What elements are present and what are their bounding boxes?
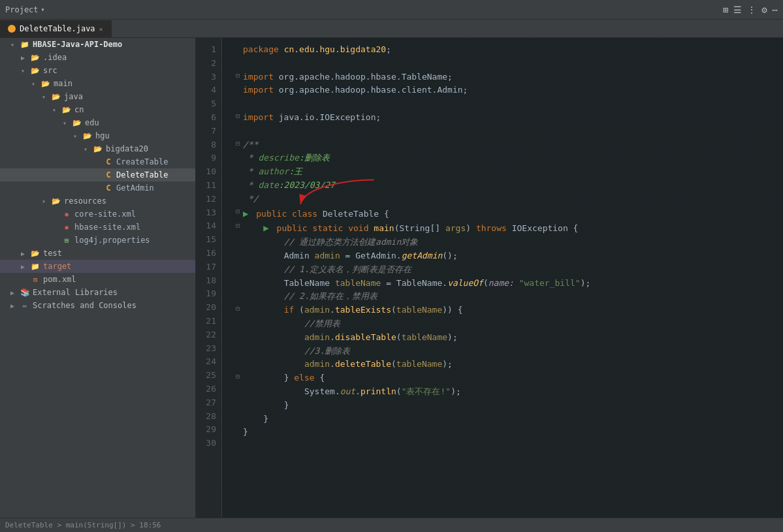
root-arrow: ▾ — [10, 41, 20, 48]
sidebar-item-main[interactable]: ▾ 📂 main — [0, 77, 195, 90]
tree-root[interactable]: ▾ 📁 HBASE-Java-API-Demo — [0, 38, 195, 51]
sidebar-item-coresite[interactable]: ▶ ✱ core-site.xml — [0, 208, 195, 221]
sidebar-item-pom[interactable]: ▶ m pom.xml — [0, 273, 195, 286]
sidebar-item-resources[interactable]: ▾ 📂 resources — [0, 195, 195, 208]
code-line-19: // 2.如果存在，禁用表 — [232, 290, 773, 304]
hbasesite-label: hbase-site.xml — [74, 223, 140, 232]
log4j-prop-icon: ⊞ — [61, 235, 72, 245]
pom-label: pom.xml — [43, 275, 76, 284]
deletetable-label: DeleteTable — [116, 170, 168, 180]
target-folder-icon: 📁 — [30, 261, 40, 272]
tab-close-icon[interactable]: ✕ — [99, 25, 103, 33]
code-line-22: admin.disableTable(tableName); — [232, 331, 773, 345]
bigdata20-arrow: ▾ — [84, 146, 93, 153]
getadmin-java-icon: C — [103, 183, 114, 193]
resources-folder-icon: 📂 — [51, 196, 61, 206]
status-text: DeleteTable > main(String[]) > 18:56 — [5, 521, 161, 529]
idea-arrow: ▶ — [21, 54, 30, 61]
sidebar-item-log4j[interactable]: ▶ ⊞ log4j.properties — [0, 234, 195, 247]
code-line-1: package cn.edu.hgu.bigdata20; — [232, 43, 773, 57]
code-line-21: //禁用表 — [232, 317, 773, 331]
editor: 1 2 3 4 5 6 7 8 9 10 11 12 13 14 15 16 1… — [196, 38, 783, 518]
sidebar-item-hgu[interactable]: ▾ 📂 hgu — [0, 129, 195, 142]
test-label: test — [43, 249, 62, 258]
sidebar-item-hbasesite[interactable]: ▶ ✱ hbase-site.xml — [0, 221, 195, 234]
bigdata20-folder-icon: 📂 — [93, 144, 103, 154]
editor-content[interactable]: 1 2 3 4 5 6 7 8 9 10 11 12 13 14 15 16 1… — [196, 38, 783, 518]
resources-label: resources — [64, 196, 106, 206]
code-line-5 — [232, 97, 773, 111]
code-area: package cn.edu.hgu.bigdata20; ⊟ import o… — [222, 38, 783, 518]
code-line-16: Admin admin = GetAdmin.getAdmin(); — [232, 249, 773, 263]
code-line-2 — [232, 57, 773, 70]
sidebar-item-createtable[interactable]: ▶ C CreateTable — [0, 155, 195, 168]
list-icon[interactable]: ☰ — [733, 5, 742, 15]
code-line-11: * date:2023/03/27 — [232, 179, 773, 193]
code-line-14: ⊟ ▶ public static void main(String[] arg… — [232, 221, 773, 236]
columns-icon[interactable]: ⋮ — [747, 5, 756, 15]
target-label: target — [43, 262, 71, 271]
test-arrow: ▶ — [21, 250, 30, 257]
code-line-13: ⊟ ▶ public class DeleteTable { — [232, 206, 773, 221]
test-folder-icon: 📂 — [30, 248, 40, 258]
code-line-26: System.out.println("表不存在!"); — [232, 385, 773, 399]
extlib-icon: 📚 — [20, 287, 30, 298]
sidebar-item-external-libraries[interactable]: ▶ 📚 External Libraries — [0, 286, 195, 299]
main-layout: ▾ 📁 HBASE-Java-API-Demo ▶ 📂 .idea ▾ 📂 sr… — [0, 38, 783, 518]
hgu-folder-icon: 📂 — [82, 131, 93, 141]
java-tab-icon — [8, 25, 16, 33]
project-label: Project — [5, 5, 39, 14]
code-line-27: } — [232, 399, 773, 413]
bigdata20-label: bigdata20 — [106, 144, 148, 153]
code-line-12: */ — [232, 193, 773, 206]
extlib-label: External Libraries — [33, 288, 118, 297]
src-arrow: ▾ — [21, 67, 30, 74]
cn-arrow: ▾ — [52, 106, 61, 114]
root-folder-icon: 📁 — [20, 39, 30, 50]
sidebar-item-target[interactable]: ▶ 📁 target — [0, 260, 195, 273]
java-label: java — [64, 92, 83, 101]
sidebar-item-src[interactable]: ▾ 📂 src — [0, 64, 195, 77]
code-line-23: //3.删除表 — [232, 345, 773, 358]
toolbar: Project ▾ ⊞ ☰ ⋮ ⚙ ⋯ — [0, 0, 783, 20]
tab-delete-table[interactable]: DeleteTable.java ✕ — [0, 20, 112, 37]
code-line-15: // 通过静态类方法创建admin对象 — [232, 236, 773, 249]
coresite-xml-icon: ✱ — [61, 209, 72, 219]
project-menu[interactable]: Project ▾ — [5, 5, 45, 14]
code-line-4: import org.apache.hadoop.hbase.client.Ad… — [232, 84, 773, 97]
code-line-8: ⊟ /** — [232, 138, 773, 152]
settings-icon[interactable]: ⋯ — [773, 5, 778, 15]
main-label: main — [54, 79, 72, 88]
sidebar-item-cn[interactable]: ▾ 📂 cn — [0, 103, 195, 116]
java-folder-icon: 📂 — [51, 91, 61, 102]
hgu-label: hgu — [95, 131, 110, 140]
toolbar-icons: ⊞ ☰ ⋮ ⚙ ⋯ — [723, 5, 778, 15]
code-line-20: ⊟ if (admin.tableExists(tableName)) { — [232, 304, 773, 317]
sidebar-item-scratches[interactable]: ▶ ✏ Scratches and Consoles — [0, 299, 195, 312]
sidebar-item-edu[interactable]: ▾ 📂 edu — [0, 116, 195, 129]
code-line-3: ⊟ import org.apache.hadoop.hbase.TableNa… — [232, 70, 773, 84]
log4j-label: log4j.properties — [74, 236, 150, 245]
sidebar-item-test[interactable]: ▶ 📂 test — [0, 247, 195, 260]
sidebar-item-getadmin[interactable]: ▶ C GetAdmin — [0, 181, 195, 195]
code-line-10: * author:王 — [232, 165, 773, 179]
sidebar-item-java[interactable]: ▾ 📂 java — [0, 90, 195, 103]
run-class-icon[interactable]: ▶ — [243, 208, 248, 219]
createtable-java-icon: C — [103, 157, 114, 167]
sidebar-item-bigdata20[interactable]: ▾ 📂 bigdata20 — [0, 142, 195, 155]
scratches-arrow: ▶ — [10, 302, 20, 309]
target-arrow: ▶ — [21, 263, 30, 270]
getadmin-label: GetAdmin — [116, 183, 154, 193]
sidebar-item-idea[interactable]: ▶ 📂 .idea — [0, 51, 195, 64]
idea-folder-icon: 📂 — [30, 52, 40, 63]
pom-icon: m — [30, 274, 40, 285]
run-main-icon[interactable]: ▶ — [263, 223, 268, 233]
status-bar: DeleteTable > main(String[]) > 18:56 — [0, 518, 783, 532]
sidebar-item-deletetable[interactable]: ▶ C DeleteTable — [0, 168, 195, 181]
gear-icon[interactable]: ⚙ — [761, 5, 767, 15]
resources-arrow: ▾ — [42, 198, 51, 205]
scratches-label: Scratches and Consoles — [33, 301, 136, 310]
code-line-17: // 1.定义表名，判断表是否存在 — [232, 263, 773, 277]
java-arrow: ▾ — [42, 93, 51, 101]
layout-icon[interactable]: ⊞ — [723, 5, 728, 15]
